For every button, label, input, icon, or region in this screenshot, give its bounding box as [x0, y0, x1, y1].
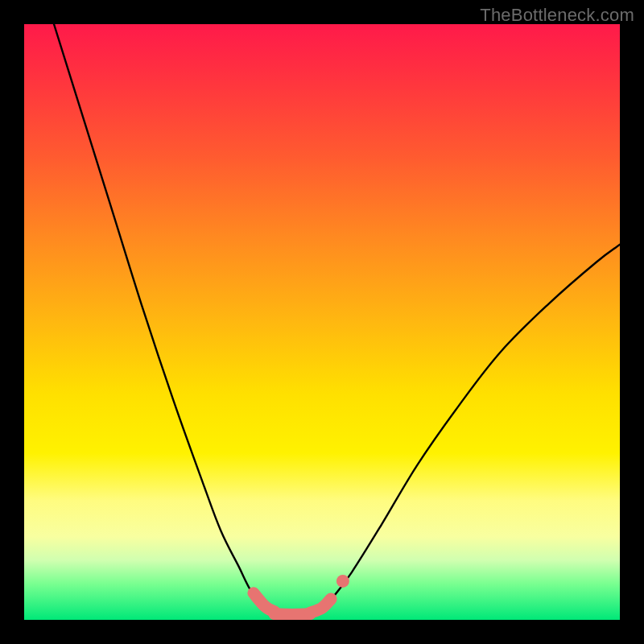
chart-svg	[24, 24, 620, 620]
marker-dot-right	[336, 575, 349, 588]
chart-stage: TheBottleneck.com	[0, 0, 644, 644]
right-curve	[322, 245, 620, 608]
plot-area	[24, 24, 620, 620]
left-curve	[54, 24, 268, 611]
marker-segment-right	[310, 599, 331, 613]
watermark-text: TheBottleneck.com	[480, 5, 634, 26]
